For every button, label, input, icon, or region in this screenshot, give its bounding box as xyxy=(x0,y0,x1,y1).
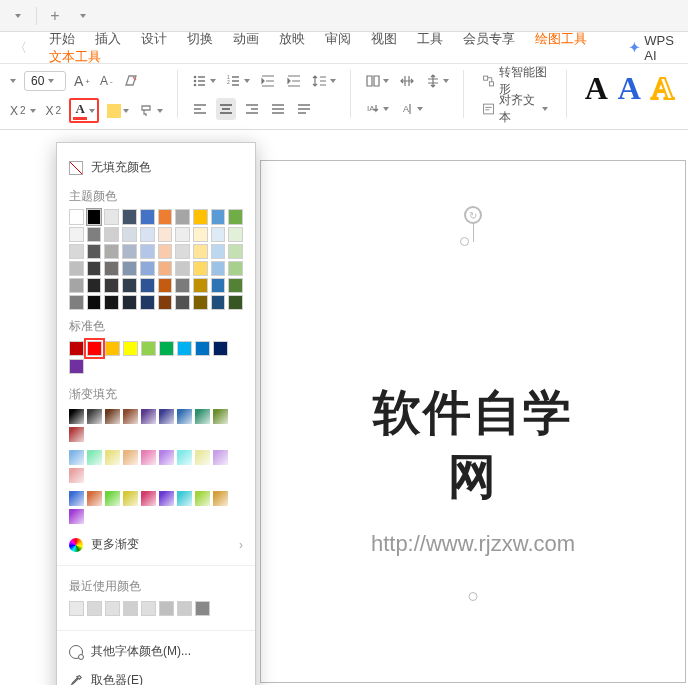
highlight-button[interactable] xyxy=(105,100,131,122)
color-swatch[interactable] xyxy=(123,341,138,356)
color-swatch[interactable] xyxy=(87,209,102,225)
color-swatch[interactable] xyxy=(158,244,173,259)
increase-indent-button[interactable] xyxy=(284,70,304,92)
superscript-button[interactable]: X2 xyxy=(44,100,64,122)
color-swatch[interactable] xyxy=(87,227,102,242)
slide-url[interactable]: http://www.rjzxw.com xyxy=(367,531,579,557)
gradient-swatch[interactable] xyxy=(159,491,174,506)
gradient-swatch[interactable] xyxy=(177,450,192,465)
color-swatch[interactable] xyxy=(177,601,192,616)
fontsize-input[interactable]: 60 xyxy=(24,71,66,91)
color-swatch[interactable] xyxy=(140,278,155,293)
no-fill-option[interactable]: 无填充颜色 xyxy=(57,153,255,182)
color-swatch[interactable] xyxy=(211,295,226,310)
text-direction-button[interactable]: IA xyxy=(363,98,391,120)
text-style-gallery[interactable]: A A A xyxy=(579,70,680,107)
color-swatch[interactable] xyxy=(123,601,138,616)
color-swatch[interactable] xyxy=(158,295,173,310)
color-swatch[interactable] xyxy=(140,244,155,259)
color-swatch[interactable] xyxy=(211,244,226,259)
gradient-swatch[interactable] xyxy=(195,450,210,465)
history-dropdown[interactable] xyxy=(8,6,28,26)
menu-文本工具[interactable]: 文本工具 xyxy=(39,43,111,70)
convert-smart-shape-button[interactable]: 转智能图形 xyxy=(476,70,554,92)
color-swatch[interactable] xyxy=(104,261,119,276)
gradient-swatch[interactable] xyxy=(123,409,138,424)
color-swatch[interactable] xyxy=(87,341,102,356)
gradient-swatch[interactable] xyxy=(87,491,102,506)
color-swatch[interactable] xyxy=(193,227,208,242)
gradient-swatch[interactable] xyxy=(123,491,138,506)
color-swatch[interactable] xyxy=(122,209,137,225)
color-swatch[interactable] xyxy=(228,295,243,310)
color-swatch[interactable] xyxy=(175,227,190,242)
gradient-swatch[interactable] xyxy=(195,491,210,506)
color-swatch[interactable] xyxy=(140,261,155,276)
menu-设计[interactable]: 设计 xyxy=(131,25,177,52)
color-swatch[interactable] xyxy=(193,261,208,276)
gradient-swatch[interactable] xyxy=(105,450,120,465)
color-swatch[interactable] xyxy=(211,209,226,225)
spacing-v-button[interactable] xyxy=(423,70,451,92)
color-swatch[interactable] xyxy=(211,227,226,242)
color-swatch[interactable] xyxy=(141,601,156,616)
color-swatch[interactable] xyxy=(193,295,208,310)
color-swatch[interactable] xyxy=(87,278,102,293)
gradient-swatch[interactable] xyxy=(195,409,210,424)
color-swatch[interactable] xyxy=(104,295,119,310)
gradient-swatch[interactable] xyxy=(213,409,228,424)
distribute-button[interactable] xyxy=(294,98,314,120)
color-swatch[interactable] xyxy=(122,261,137,276)
clear-format-button[interactable] xyxy=(121,70,141,92)
subscript-button[interactable]: X2 xyxy=(8,100,38,122)
resize-handle[interactable] xyxy=(469,592,478,601)
color-swatch[interactable] xyxy=(69,359,84,374)
gradient-swatch[interactable] xyxy=(105,409,120,424)
slide-canvas[interactable]: ↻ 软件自学网 http://www.rjzxw.com xyxy=(260,160,686,683)
color-swatch[interactable] xyxy=(69,295,84,310)
gradient-swatch[interactable] xyxy=(69,450,84,465)
align-justify-button[interactable] xyxy=(268,98,288,120)
color-swatch[interactable] xyxy=(158,209,173,225)
color-swatch[interactable] xyxy=(69,244,84,259)
color-swatch[interactable] xyxy=(175,295,190,310)
decrease-indent-button[interactable] xyxy=(258,70,278,92)
color-swatch[interactable] xyxy=(228,261,243,276)
color-swatch[interactable] xyxy=(228,244,243,259)
color-swatch[interactable] xyxy=(193,244,208,259)
color-swatch[interactable] xyxy=(211,278,226,293)
menu-绘图工具[interactable]: 绘图工具 xyxy=(525,25,597,52)
more-gradient-option[interactable]: 更多渐变 › xyxy=(57,530,255,559)
color-swatch[interactable] xyxy=(87,261,102,276)
menu-审阅[interactable]: 审阅 xyxy=(315,25,361,52)
color-swatch[interactable] xyxy=(158,227,173,242)
numbering-button[interactable]: 12 xyxy=(224,70,252,92)
gradient-swatch[interactable] xyxy=(141,409,156,424)
color-swatch[interactable] xyxy=(159,601,174,616)
color-swatch[interactable] xyxy=(158,278,173,293)
wps-ai-button[interactable]: ✦ WPS AI xyxy=(629,33,684,63)
menu-视图[interactable]: 视图 xyxy=(361,25,407,52)
color-swatch[interactable] xyxy=(193,278,208,293)
eyedropper-option[interactable]: 取色器(E) xyxy=(57,666,255,685)
color-swatch[interactable] xyxy=(159,341,174,356)
color-swatch[interactable] xyxy=(122,244,137,259)
color-swatch[interactable] xyxy=(175,244,190,259)
text-box[interactable]: 软件自学网 http://www.rjzxw.com xyxy=(367,381,579,557)
menu-会员专享[interactable]: 会员专享 xyxy=(453,25,525,52)
menu-工具[interactable]: 工具 xyxy=(407,25,453,52)
color-swatch[interactable] xyxy=(195,341,210,356)
gradient-swatch[interactable] xyxy=(105,491,120,506)
color-swatch[interactable] xyxy=(175,261,190,276)
gradient-swatch[interactable] xyxy=(123,450,138,465)
gradient-swatch[interactable] xyxy=(213,491,228,506)
color-swatch[interactable] xyxy=(141,341,156,356)
gradient-swatch[interactable] xyxy=(141,491,156,506)
color-swatch[interactable] xyxy=(105,601,120,616)
color-swatch[interactable] xyxy=(122,295,137,310)
color-swatch[interactable] xyxy=(175,209,190,225)
color-swatch[interactable] xyxy=(69,278,84,293)
color-swatch[interactable] xyxy=(104,227,119,242)
align-right-button[interactable] xyxy=(242,98,262,120)
increase-font-button[interactable]: A+ xyxy=(72,70,92,92)
